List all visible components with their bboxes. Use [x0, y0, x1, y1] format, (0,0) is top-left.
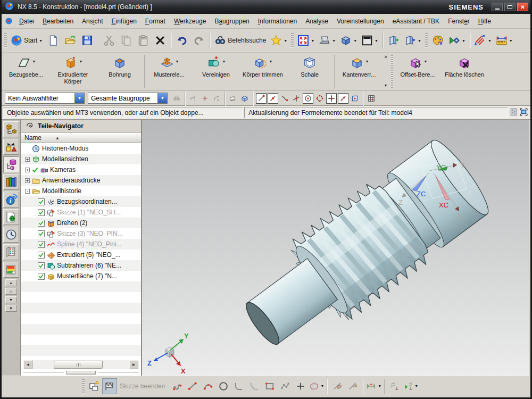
- measure-button[interactable]: ▼: [494, 31, 515, 49]
- snap-existing-point[interactable]: [326, 93, 337, 104]
- line-button[interactable]: [185, 378, 200, 394]
- chevron-down-icon[interactable]: ▼: [269, 60, 273, 63]
- expand-icon[interactable]: +: [25, 178, 30, 183]
- toolbar-grip[interactable]: [4, 33, 7, 48]
- display-mode-button[interactable]: ▼: [317, 31, 338, 49]
- rendering-style-button[interactable]: ▼: [338, 31, 359, 49]
- chevron-down-icon[interactable]: ▼: [311, 39, 314, 43]
- find-component[interactable]: [171, 93, 182, 104]
- snap-point-on-curve[interactable]: [279, 93, 290, 104]
- resource-scroll-last[interactable]: ▼: [5, 305, 17, 312]
- chevron-down-icon[interactable]: ▼: [384, 84, 388, 87]
- new-button[interactable]: [45, 31, 62, 49]
- menu-analyse[interactable]: Analyse: [301, 15, 332, 27]
- toolbar-grip[interactable]: [291, 33, 294, 48]
- chamfer-button[interactable]: [247, 378, 262, 394]
- maximize-button[interactable]: [504, 3, 516, 11]
- resource-scroll-up[interactable]: △: [5, 288, 17, 295]
- constraint-navigator-tab[interactable]: [3, 139, 19, 155]
- window-forward-button[interactable]: [385, 31, 402, 49]
- move-handles[interactable]: [200, 93, 210, 104]
- save-button[interactable]: [79, 31, 96, 49]
- pmi-button[interactable]: ▼: [472, 31, 494, 49]
- tile-layout-button[interactable]: [509, 107, 518, 118]
- rotate-handles[interactable]: [211, 93, 222, 104]
- process-studio-tab[interactable]: [3, 244, 19, 260]
- column-header-name[interactable]: Name ▲: [21, 133, 141, 143]
- tree-row-extrudiert-5-neo[interactable]: Extrudiert (5) "NEO_...: [21, 250, 141, 260]
- chevron-down-icon[interactable]: ▼: [418, 39, 421, 43]
- hole-button[interactable]: Bohrung: [96, 53, 143, 90]
- expand-icon[interactable]: +: [25, 157, 30, 162]
- chevron-down-icon[interactable]: ▼: [222, 60, 226, 63]
- reuse-library-tab[interactable]: [3, 174, 19, 190]
- tree-row-drehen-2[interactable]: Drehen (2): [21, 218, 141, 228]
- feature-checkbox[interactable]: [38, 198, 45, 205]
- clip-section-toggle[interactable]: [239, 93, 250, 104]
- tree-row-spline-4-neo-pini[interactable]: Spline (4) "NEO_Pini...: [21, 239, 141, 250]
- toolbar-overflow[interactable]: »▼: [383, 53, 390, 90]
- menu-datei[interactable]: Datei: [15, 15, 38, 27]
- edge-blend-button[interactable]: ▼Kantenverr...: [336, 53, 383, 90]
- unite-button[interactable]: ▼Vereinigen: [193, 53, 239, 90]
- undo-button[interactable]: [173, 31, 190, 49]
- open-button[interactable]: [62, 31, 79, 49]
- quick-trim-button[interactable]: [330, 378, 345, 394]
- feature-checkbox[interactable]: [38, 209, 45, 216]
- tree-row-historien-modus[interactable]: Historien-Modus: [21, 143, 141, 154]
- expand-icon[interactable]: +: [25, 168, 30, 172]
- feature-checkbox[interactable]: [38, 252, 45, 259]
- minimize-button[interactable]: [492, 3, 503, 11]
- auto-constrain-button[interactable]: ▼: [403, 378, 418, 394]
- chevron-down-icon[interactable]: ▼: [414, 384, 418, 388]
- tree-row-anwenderausdrücke[interactable]: +Anwenderausdrücke: [21, 175, 141, 186]
- part-navigator-tab[interactable]: [3, 156, 19, 172]
- tree-row-modellansichten[interactable]: +Modellansichten: [21, 154, 141, 164]
- menu-informationen[interactable]: Informationen: [254, 15, 301, 27]
- dimension-button[interactable]: ▼: [366, 378, 381, 394]
- menu-einfügen[interactable]: Einfügen: [107, 15, 140, 27]
- chevron-down-icon[interactable]: ▼: [39, 39, 43, 43]
- cut-button[interactable]: [101, 31, 118, 49]
- gallery-button[interactable]: ▼: [268, 31, 289, 49]
- menu-bearbeiten[interactable]: Bearbeiten: [38, 15, 78, 27]
- toolbar-grip[interactable]: [82, 379, 85, 394]
- snap-midpoint[interactable]: [268, 93, 278, 104]
- collapse-icon[interactable]: -: [25, 189, 30, 194]
- graphics-viewport[interactable]: YCYZCZXCXZYX: [142, 120, 530, 376]
- menu-ansicht[interactable]: Ansicht: [78, 15, 107, 27]
- close-button[interactable]: ✕: [517, 3, 528, 11]
- menu-hilfe[interactable]: Hilfe: [474, 15, 495, 27]
- feature-checkbox[interactable]: [38, 273, 45, 280]
- menu-eassistant-tbk[interactable]: eAssistant / TBK: [388, 15, 444, 27]
- delete-face-button[interactable]: Fläche löschen: [441, 53, 488, 90]
- copy-button[interactable]: [118, 31, 135, 49]
- scrollbar-thumb[interactable]: [54, 361, 103, 369]
- circle-button[interactable]: [216, 378, 231, 394]
- chevron-down-icon[interactable]: ▼: [509, 39, 513, 43]
- overflow-chevron-icon[interactable]: »: [384, 54, 387, 60]
- menu-format[interactable]: Format: [141, 15, 170, 27]
- studio-spline-button[interactable]: [278, 378, 293, 394]
- datum-plane-button[interactable]: ▼Bezugsebe...: [3, 53, 49, 90]
- fillet-button[interactable]: [231, 378, 246, 394]
- scroll-left-icon[interactable]: ◄: [23, 360, 32, 369]
- feature-checkbox[interactable]: [38, 262, 45, 269]
- extrude-button[interactable]: ▼Extrudierter Körper: [49, 53, 96, 90]
- menu-voreinstellungen[interactable]: Voreinstellungen: [332, 15, 388, 27]
- synchronous-modeling-button[interactable]: ▼: [446, 31, 468, 49]
- chevron-down-icon[interactable]: ▼: [332, 39, 336, 43]
- scope-filter-dropdown[interactable]: Gesamte Baugruppe▼: [88, 93, 168, 104]
- menu-fenster[interactable]: Fenster: [444, 15, 474, 27]
- snap-point-on-line[interactable]: [338, 93, 348, 104]
- redo-button[interactable]: [190, 31, 207, 49]
- chevron-down-icon[interactable]: ▼: [157, 93, 167, 103]
- tree-row-modellhistorie[interactable]: -Modellhistorie: [21, 186, 141, 196]
- panel-splitter[interactable]: [21, 369, 141, 376]
- chevron-down-icon[interactable]: ▼: [74, 93, 84, 103]
- panel-horizontal-scrollbar[interactable]: ◄ ►: [23, 360, 138, 369]
- roles-tab[interactable]: [3, 262, 19, 278]
- hd3d-tools-tab[interactable]: i: [3, 192, 19, 207]
- window-cascade-button[interactable]: ▼: [402, 31, 423, 49]
- snap-point-on-face[interactable]: [350, 93, 360, 104]
